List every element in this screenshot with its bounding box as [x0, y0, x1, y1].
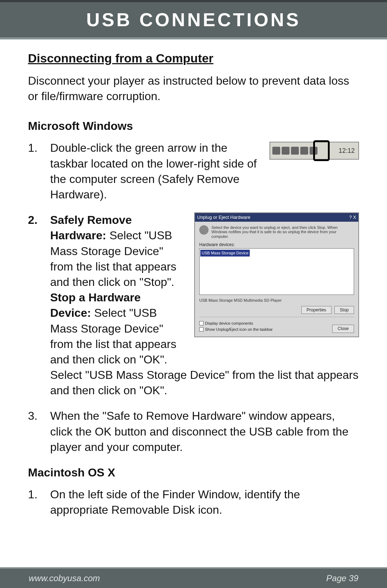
dialog-info-text: Select the device you want to unplug or …	[211, 225, 354, 239]
step-number: 1.	[28, 140, 50, 202]
device-list-item: USB Mass Storage Device	[200, 250, 250, 257]
display-components-checkbox: Display device components	[199, 321, 273, 326]
properties-button: Properties	[301, 306, 332, 314]
step-3: 3. When the "Safe to Remove Hardware" wi…	[28, 408, 359, 455]
dialog-title: Unplug or Eject Hardware	[197, 214, 250, 221]
footer-url: www.cobyusa.com	[29, 573, 100, 583]
mac-step-1: 1. On the left side of the Finder Window…	[28, 487, 359, 518]
stop-button: Stop	[334, 306, 354, 314]
section-heading: Disconnecting from a Computer	[28, 50, 359, 67]
step-number: 1.	[28, 487, 50, 518]
safely-remove-dialog-screenshot: Unplug or Eject Hardware ? X Select the …	[194, 212, 359, 337]
step-3-text: When the "Safe to Remove Hardware" windo…	[50, 408, 359, 455]
mac-steps: 1. On the left side of the Finder Window…	[28, 487, 359, 518]
device-description: USB Mass Storage MSD Multimedia SD Playe…	[199, 298, 354, 303]
page-title: USB CONNECTIONS	[86, 9, 301, 30]
step-number: 3.	[28, 408, 50, 455]
device-listbox: USB Mass Storage Device	[199, 248, 354, 295]
step-2: 2. Safely Remove Hardware: Select "USB M…	[28, 212, 359, 398]
hardware-devices-label: Hardware devices:	[199, 242, 354, 248]
step-2-text-col: Safely Remove Hardware: Select "USB Mass…	[50, 212, 183, 367]
show-icon-checkbox: Show Unplug/Eject icon on the taskbar	[199, 327, 273, 332]
highlight-box	[313, 140, 330, 161]
tray-icon	[272, 147, 280, 155]
dialog-close-icon: ? X	[349, 214, 356, 221]
page-content: Disconnecting from a Computer Disconnect…	[0, 39, 387, 567]
page-footer: www.cobyusa.com Page 39	[0, 567, 387, 588]
step-1: 1. Double-click the green arrow in the t…	[28, 140, 359, 202]
taskbar-screenshot: 12:12	[269, 142, 359, 160]
manual-page: USB CONNECTIONS Disconnecting from a Com…	[0, 0, 387, 588]
mac-step-1-text: On the left side of the Finder Window, i…	[50, 487, 359, 518]
taskbar-clock: 12:12	[339, 146, 356, 155]
step-number: 2.	[28, 212, 50, 398]
tray-icon	[291, 147, 299, 155]
tray-icon	[300, 147, 308, 155]
page-header: USB CONNECTIONS	[0, 0, 387, 39]
step-1-text: Double-click the green arrow in the task…	[50, 140, 259, 202]
mac-heading: Macintosh OS X	[28, 465, 359, 480]
section-intro: Disconnect your player as instructed bel…	[28, 73, 359, 104]
dialog-titlebar: Unplug or Eject Hardware ? X	[195, 213, 358, 222]
windows-steps: 1. Double-click the green arrow in the t…	[28, 140, 359, 455]
close-button: Close	[332, 325, 354, 333]
tray-icon	[282, 147, 290, 155]
dialog-info-icon	[199, 225, 209, 235]
step-2-text3: Select "USB Mass Storage Device" from th…	[50, 367, 359, 398]
footer-page-number: Page 39	[326, 573, 358, 583]
windows-heading: Microsoft Windows	[28, 118, 359, 134]
